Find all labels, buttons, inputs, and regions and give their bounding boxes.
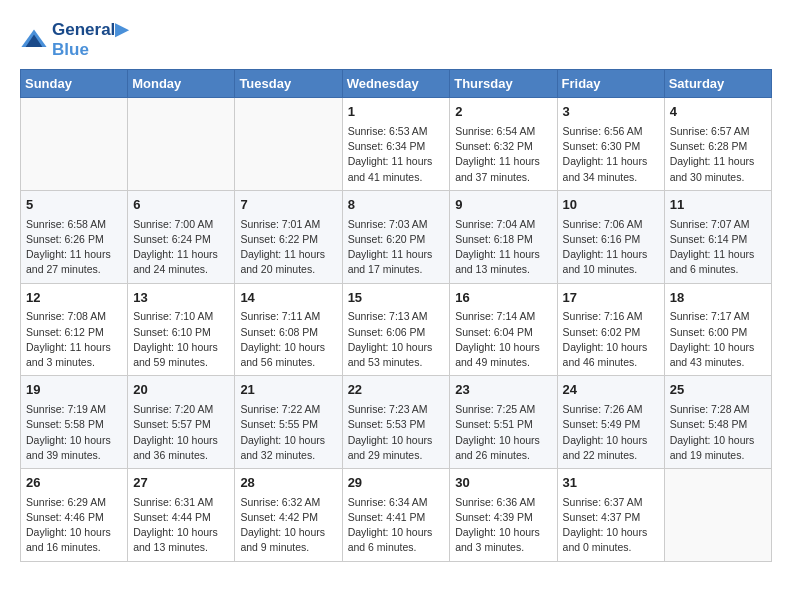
cell-text-line: and 3 minutes. bbox=[455, 540, 551, 555]
cell-text-line: Daylight: 10 hours bbox=[26, 525, 122, 540]
cell-text-line: Daylight: 11 hours bbox=[563, 247, 659, 262]
cell-text-line: Sunrise: 6:29 AM bbox=[26, 495, 122, 510]
cell-text-line: Sunset: 5:55 PM bbox=[240, 417, 336, 432]
day-number: 12 bbox=[26, 289, 122, 308]
cell-text-line: and 39 minutes. bbox=[26, 448, 122, 463]
cell-text-line: and 34 minutes. bbox=[563, 170, 659, 185]
cell-text-line: Sunrise: 6:58 AM bbox=[26, 217, 122, 232]
cell-text-line: Sunrise: 7:00 AM bbox=[133, 217, 229, 232]
calendar-table: SundayMondayTuesdayWednesdayThursdayFrid… bbox=[20, 69, 772, 562]
cell-content: 15Sunrise: 7:13 AMSunset: 6:06 PMDayligh… bbox=[348, 289, 445, 371]
cell-content: 14Sunrise: 7:11 AMSunset: 6:08 PMDayligh… bbox=[240, 289, 336, 371]
cell-text-line: Sunset: 6:28 PM bbox=[670, 139, 766, 154]
cell-content: 31Sunrise: 6:37 AMSunset: 4:37 PMDayligh… bbox=[563, 474, 659, 556]
day-number: 2 bbox=[455, 103, 551, 122]
cell-text-line: Sunrise: 7:01 AM bbox=[240, 217, 336, 232]
cell-content: 27Sunrise: 6:31 AMSunset: 4:44 PMDayligh… bbox=[133, 474, 229, 556]
cell-text-line: Daylight: 10 hours bbox=[348, 340, 445, 355]
cell-text-line: and 29 minutes. bbox=[348, 448, 445, 463]
cell-text-line: Sunrise: 6:54 AM bbox=[455, 124, 551, 139]
calendar-cell bbox=[235, 98, 342, 191]
cell-text-line: and 16 minutes. bbox=[26, 540, 122, 555]
cell-text-line: Sunrise: 7:07 AM bbox=[670, 217, 766, 232]
day-number: 27 bbox=[133, 474, 229, 493]
weekday-header-friday: Friday bbox=[557, 70, 664, 98]
cell-text-line: Daylight: 10 hours bbox=[348, 433, 445, 448]
cell-content: 3Sunrise: 6:56 AMSunset: 6:30 PMDaylight… bbox=[563, 103, 659, 185]
cell-text-line: Sunset: 6:00 PM bbox=[670, 325, 766, 340]
cell-text-line: Sunrise: 7:16 AM bbox=[563, 309, 659, 324]
cell-text-line: Sunset: 5:58 PM bbox=[26, 417, 122, 432]
day-number: 25 bbox=[670, 381, 766, 400]
calendar-cell: 2Sunrise: 6:54 AMSunset: 6:32 PMDaylight… bbox=[450, 98, 557, 191]
cell-text-line: and 26 minutes. bbox=[455, 448, 551, 463]
cell-content: 19Sunrise: 7:19 AMSunset: 5:58 PMDayligh… bbox=[26, 381, 122, 463]
cell-content: 21Sunrise: 7:22 AMSunset: 5:55 PMDayligh… bbox=[240, 381, 336, 463]
cell-content: 9Sunrise: 7:04 AMSunset: 6:18 PMDaylight… bbox=[455, 196, 551, 278]
day-number: 15 bbox=[348, 289, 445, 308]
cell-content: 4Sunrise: 6:57 AMSunset: 6:28 PMDaylight… bbox=[670, 103, 766, 185]
cell-text-line: and 56 minutes. bbox=[240, 355, 336, 370]
day-number: 6 bbox=[133, 196, 229, 215]
cell-text-line: Sunrise: 7:06 AM bbox=[563, 217, 659, 232]
cell-text-line: Daylight: 10 hours bbox=[348, 525, 445, 540]
cell-text-line: Sunrise: 6:34 AM bbox=[348, 495, 445, 510]
cell-text-line: Daylight: 11 hours bbox=[455, 247, 551, 262]
cell-text-line: Sunrise: 7:25 AM bbox=[455, 402, 551, 417]
cell-content: 6Sunrise: 7:00 AMSunset: 6:24 PMDaylight… bbox=[133, 196, 229, 278]
cell-content: 29Sunrise: 6:34 AMSunset: 4:41 PMDayligh… bbox=[348, 474, 445, 556]
cell-text-line: Daylight: 10 hours bbox=[240, 433, 336, 448]
cell-text-line: and 9 minutes. bbox=[240, 540, 336, 555]
cell-text-line: Daylight: 11 hours bbox=[26, 340, 122, 355]
day-number: 3 bbox=[563, 103, 659, 122]
day-number: 4 bbox=[670, 103, 766, 122]
calendar-cell: 21Sunrise: 7:22 AMSunset: 5:55 PMDayligh… bbox=[235, 376, 342, 469]
day-number: 18 bbox=[670, 289, 766, 308]
cell-text-line: Sunset: 4:37 PM bbox=[563, 510, 659, 525]
weekday-header-saturday: Saturday bbox=[664, 70, 771, 98]
logo-text-line2: Blue bbox=[52, 40, 128, 60]
cell-text-line: Sunset: 5:51 PM bbox=[455, 417, 551, 432]
page-header: General▶ Blue bbox=[20, 20, 772, 59]
cell-text-line: Sunset: 6:18 PM bbox=[455, 232, 551, 247]
cell-text-line: Daylight: 10 hours bbox=[455, 525, 551, 540]
cell-text-line: Sunset: 4:39 PM bbox=[455, 510, 551, 525]
calendar-cell: 31Sunrise: 6:37 AMSunset: 4:37 PMDayligh… bbox=[557, 468, 664, 561]
cell-text-line: Sunset: 6:06 PM bbox=[348, 325, 445, 340]
calendar-cell: 4Sunrise: 6:57 AMSunset: 6:28 PMDaylight… bbox=[664, 98, 771, 191]
cell-content: 5Sunrise: 6:58 AMSunset: 6:26 PMDaylight… bbox=[26, 196, 122, 278]
calendar-cell: 7Sunrise: 7:01 AMSunset: 6:22 PMDaylight… bbox=[235, 190, 342, 283]
cell-text-line: Daylight: 10 hours bbox=[455, 433, 551, 448]
day-number: 10 bbox=[563, 196, 659, 215]
cell-text-line: Sunset: 5:48 PM bbox=[670, 417, 766, 432]
cell-content: 11Sunrise: 7:07 AMSunset: 6:14 PMDayligh… bbox=[670, 196, 766, 278]
cell-text-line: and 6 minutes. bbox=[670, 262, 766, 277]
calendar-cell: 9Sunrise: 7:04 AMSunset: 6:18 PMDaylight… bbox=[450, 190, 557, 283]
cell-text-line: Daylight: 11 hours bbox=[455, 154, 551, 169]
cell-text-line: and 37 minutes. bbox=[455, 170, 551, 185]
cell-text-line: and 3 minutes. bbox=[26, 355, 122, 370]
cell-text-line: Sunrise: 6:56 AM bbox=[563, 124, 659, 139]
day-number: 19 bbox=[26, 381, 122, 400]
cell-text-line: and 24 minutes. bbox=[133, 262, 229, 277]
calendar-cell: 11Sunrise: 7:07 AMSunset: 6:14 PMDayligh… bbox=[664, 190, 771, 283]
cell-text-line: Sunset: 6:16 PM bbox=[563, 232, 659, 247]
cell-content: 20Sunrise: 7:20 AMSunset: 5:57 PMDayligh… bbox=[133, 381, 229, 463]
cell-text-line: Sunset: 6:04 PM bbox=[455, 325, 551, 340]
cell-text-line: Sunrise: 7:20 AM bbox=[133, 402, 229, 417]
calendar-cell: 1Sunrise: 6:53 AMSunset: 6:34 PMDaylight… bbox=[342, 98, 450, 191]
calendar-cell: 23Sunrise: 7:25 AMSunset: 5:51 PMDayligh… bbox=[450, 376, 557, 469]
calendar-cell: 26Sunrise: 6:29 AMSunset: 4:46 PMDayligh… bbox=[21, 468, 128, 561]
cell-text-line: Daylight: 10 hours bbox=[563, 340, 659, 355]
logo: General▶ Blue bbox=[20, 20, 128, 59]
calendar-week-row: 19Sunrise: 7:19 AMSunset: 5:58 PMDayligh… bbox=[21, 376, 772, 469]
cell-content: 13Sunrise: 7:10 AMSunset: 6:10 PMDayligh… bbox=[133, 289, 229, 371]
calendar-cell: 28Sunrise: 6:32 AMSunset: 4:42 PMDayligh… bbox=[235, 468, 342, 561]
calendar-cell: 30Sunrise: 6:36 AMSunset: 4:39 PMDayligh… bbox=[450, 468, 557, 561]
calendar-cell: 18Sunrise: 7:17 AMSunset: 6:00 PMDayligh… bbox=[664, 283, 771, 376]
cell-text-line: and 49 minutes. bbox=[455, 355, 551, 370]
day-number: 14 bbox=[240, 289, 336, 308]
cell-text-line: Sunset: 6:10 PM bbox=[133, 325, 229, 340]
cell-text-line: Sunrise: 6:37 AM bbox=[563, 495, 659, 510]
cell-text-line: Sunset: 6:34 PM bbox=[348, 139, 445, 154]
